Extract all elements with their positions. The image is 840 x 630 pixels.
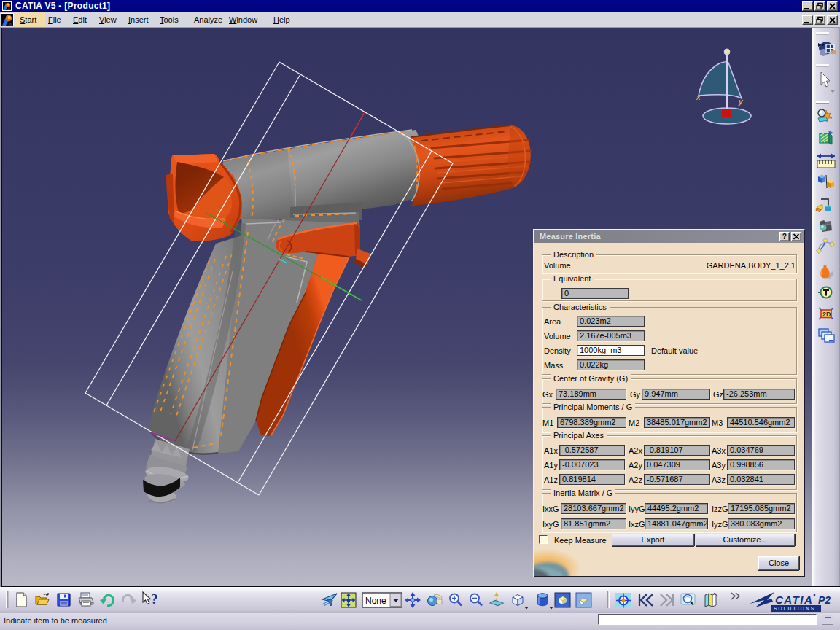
- svg-text:2D: 2D: [822, 311, 831, 318]
- svg-text:SOLUTIONS: SOLUTIONS: [774, 606, 815, 611]
- svg-text:None: None: [365, 596, 386, 606]
- svg-text:x: x: [696, 93, 701, 101]
- svg-text:CATIA: CATIA: [775, 594, 813, 606]
- svg-text:P2: P2: [818, 594, 831, 606]
- svg-text:?: ?: [151, 591, 158, 607]
